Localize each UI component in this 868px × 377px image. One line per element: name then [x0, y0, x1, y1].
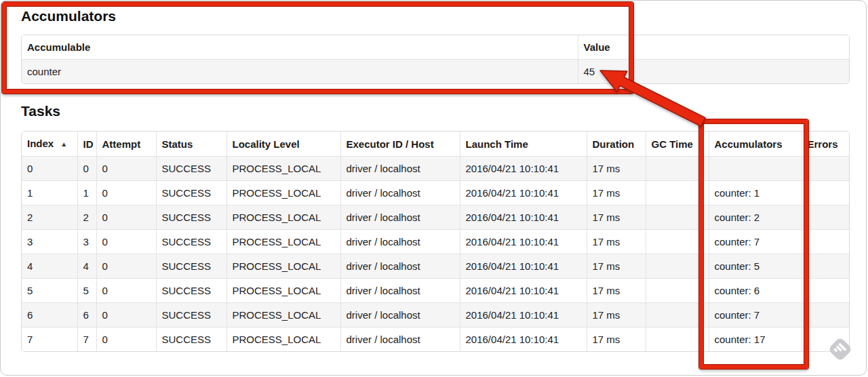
- table-cell: 0: [22, 157, 77, 181]
- table-cell: [709, 157, 802, 181]
- tasks-header-row: Index▲IDAttemptStatusLocality LevelExecu…: [22, 132, 850, 157]
- table-cell: 0: [96, 230, 156, 254]
- table-cell: [802, 181, 850, 205]
- table-cell: SUCCESS: [156, 254, 226, 279]
- table-cell: [646, 205, 709, 230]
- tasks-table: Index▲IDAttemptStatusLocality LevelExecu…: [22, 132, 850, 351]
- column-header-launch-time[interactable]: Launch Time: [460, 132, 587, 157]
- table-cell: counter: 5: [709, 254, 802, 279]
- table-cell: 5: [22, 279, 77, 303]
- column-header-label: Accumulable: [27, 41, 90, 53]
- accumulators-header-row: AccumulableValue: [22, 35, 850, 60]
- column-header-label: Index: [27, 138, 54, 149]
- table-cell: SUCCESS: [156, 157, 226, 181]
- table-cell: 4: [22, 254, 77, 279]
- accumulators-table: AccumulableValue counter45: [22, 35, 850, 83]
- table-row: 550SUCCESSPROCESS_LOCALdriver / localhos…: [22, 279, 850, 303]
- table-cell: 4: [77, 254, 96, 279]
- column-header-label: ID: [83, 138, 94, 150]
- table-cell: 2016/04/21 10:10:41: [460, 157, 587, 181]
- column-header-label: Locality Level: [233, 138, 300, 150]
- table-cell: 2: [77, 205, 96, 230]
- table-cell: 6: [22, 303, 77, 328]
- column-header-label: Duration: [593, 138, 635, 150]
- column-header-attempt[interactable]: Attempt: [96, 132, 156, 157]
- table-cell: 17 ms: [587, 205, 646, 230]
- table-cell: 2016/04/21 10:10:41: [460, 254, 587, 279]
- table-cell: 2016/04/21 10:10:41: [460, 279, 587, 303]
- sort-ascending-icon: ▲: [60, 140, 67, 148]
- column-header-accumulators[interactable]: Accumulators: [709, 132, 802, 157]
- table-cell: 3: [77, 230, 96, 254]
- table-cell: [646, 254, 709, 279]
- table-cell: 17 ms: [587, 230, 646, 254]
- table-cell: SUCCESS: [156, 279, 226, 303]
- table-cell: 17 ms: [587, 279, 646, 303]
- table-cell: counter: 7: [709, 303, 802, 328]
- table-row: 110SUCCESSPROCESS_LOCALdriver / localhos…: [22, 181, 850, 205]
- table-cell: [802, 303, 850, 328]
- column-header-duration[interactable]: Duration: [587, 132, 646, 157]
- table-cell: [646, 279, 709, 303]
- column-header-id[interactable]: ID: [77, 132, 96, 157]
- column-header-label: Status: [162, 138, 193, 150]
- table-row: 770SUCCESSPROCESS_LOCALdriver / localhos…: [22, 328, 850, 352]
- table-cell: SUCCESS: [156, 181, 226, 205]
- table-cell: 2: [22, 205, 77, 230]
- table-cell: 7: [77, 328, 96, 352]
- table-cell: 2016/04/21 10:10:41: [460, 230, 587, 254]
- table-cell: counter: 6: [709, 279, 802, 303]
- column-header-accumulable: Accumulable: [22, 35, 578, 60]
- table-cell: driver / localhost: [340, 205, 460, 230]
- accumulators-section-heading: Accumulators: [21, 7, 866, 25]
- table-row: 330SUCCESSPROCESS_LOCALdriver / localhos…: [22, 230, 850, 254]
- table-cell: 6: [77, 303, 96, 328]
- table-cell: PROCESS_LOCAL: [226, 303, 340, 328]
- table-cell: PROCESS_LOCAL: [226, 279, 340, 303]
- column-header-errors[interactable]: Errors: [802, 132, 850, 157]
- table-cell: driver / localhost: [340, 254, 460, 279]
- table-row: counter45: [22, 60, 850, 84]
- table-row: 440SUCCESSPROCESS_LOCALdriver / localhos…: [22, 254, 850, 279]
- column-header-label: Value: [584, 41, 610, 53]
- table-cell: 3: [22, 230, 77, 254]
- table-cell: 17 ms: [587, 328, 646, 352]
- column-header-index[interactable]: Index▲: [22, 132, 77, 157]
- table-cell: 2016/04/21 10:10:41: [460, 303, 587, 328]
- table-cell: PROCESS_LOCAL: [226, 328, 340, 352]
- column-header-executor-id-host[interactable]: Executor ID / Host: [340, 132, 460, 157]
- column-header-label: Errors: [808, 138, 838, 150]
- table-cell: 0: [96, 157, 156, 181]
- table-cell: [646, 181, 709, 205]
- table-cell: 0: [96, 181, 156, 205]
- column-header-label: Launch Time: [466, 138, 528, 150]
- column-header-label: Executor ID / Host: [347, 138, 434, 150]
- column-header-gc-time[interactable]: GC Time: [646, 132, 709, 157]
- table-cell: counter: 7: [709, 230, 802, 254]
- accumulators-table-body: counter45: [22, 60, 850, 84]
- table-cell: counter: 2: [709, 205, 802, 230]
- column-header-status[interactable]: Status: [156, 132, 226, 157]
- table-cell: [802, 230, 850, 254]
- table-cell: [802, 157, 850, 181]
- table-cell: driver / localhost: [340, 157, 460, 181]
- table-cell: [802, 328, 850, 352]
- table-cell: SUCCESS: [156, 230, 226, 254]
- table-cell: 17 ms: [587, 254, 646, 279]
- table-cell: driver / localhost: [340, 230, 460, 254]
- table-cell: counter: 17: [709, 328, 802, 352]
- table-cell: 0: [96, 328, 156, 352]
- table-cell: [646, 303, 709, 328]
- table-cell: 17 ms: [587, 303, 646, 328]
- spark-ui-stage-page: Accumulators AccumulableValue counter45 …: [0, 0, 867, 376]
- table-cell: SUCCESS: [156, 205, 226, 230]
- table-cell: 17 ms: [587, 181, 646, 205]
- table-cell: 0: [96, 279, 156, 303]
- table-row: 000SUCCESSPROCESS_LOCALdriver / localhos…: [22, 157, 850, 181]
- table-cell: PROCESS_LOCAL: [226, 205, 340, 230]
- table-cell: [646, 230, 709, 254]
- table-cell: 2016/04/21 10:10:41: [460, 205, 587, 230]
- table-cell: PROCESS_LOCAL: [226, 157, 340, 181]
- accumulators-table-wrapper: AccumulableValue counter45: [21, 35, 850, 84]
- column-header-locality-level[interactable]: Locality Level: [226, 132, 340, 157]
